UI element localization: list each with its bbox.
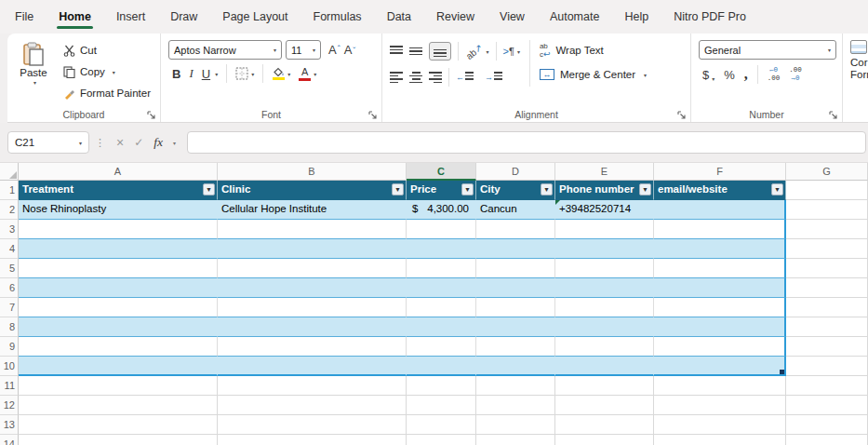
- font-size-combobox[interactable]: 11 ▾: [286, 40, 321, 60]
- cell-A10[interactable]: [19, 357, 218, 376]
- filter-dropdown-city[interactable]: ▼: [541, 183, 553, 196]
- cell-D6[interactable]: [476, 278, 555, 298]
- cell-F11[interactable]: [654, 376, 786, 396]
- cell-C9[interactable]: [407, 337, 476, 357]
- cell-B5[interactable]: [218, 259, 407, 278]
- cell-D1[interactable]: City▼: [476, 181, 555, 200]
- cell-G3[interactable]: [786, 220, 868, 239]
- cell-A5[interactable]: [19, 259, 218, 278]
- format-painter-button[interactable]: Format Painter: [60, 83, 154, 103]
- cell-D8[interactable]: [476, 317, 555, 337]
- tab-automate[interactable]: Automate: [548, 2, 602, 32]
- cell-G13[interactable]: [786, 415, 868, 435]
- align-left-button[interactable]: [390, 72, 403, 83]
- cell-F14[interactable]: [654, 435, 786, 445]
- cell-A3[interactable]: [19, 220, 218, 239]
- accounting-format-button[interactable]: $▾: [702, 68, 714, 82]
- formula-input[interactable]: [187, 131, 866, 154]
- cell-E14[interactable]: [555, 435, 654, 445]
- cell-F2[interactable]: [654, 200, 786, 220]
- cell-D10[interactable]: [476, 357, 555, 376]
- enter-check-icon[interactable]: ✓: [134, 136, 143, 149]
- row-header-4[interactable]: 4: [0, 239, 19, 259]
- cell-C7[interactable]: [407, 298, 476, 317]
- cell-A9[interactable]: [19, 337, 218, 357]
- cell-G6[interactable]: [786, 278, 868, 298]
- cell-E7[interactable]: [555, 298, 654, 317]
- column-header-G[interactable]: G: [786, 163, 868, 181]
- cell-C1[interactable]: Price▼: [407, 181, 476, 200]
- cell-A6[interactable]: [19, 278, 218, 298]
- cell-B4[interactable]: [218, 239, 407, 259]
- row-header-6[interactable]: 6: [0, 278, 19, 298]
- column-header-B[interactable]: B: [218, 163, 407, 181]
- cell-F3[interactable]: [654, 220, 786, 239]
- cell-A12[interactable]: [19, 396, 218, 415]
- merge-center-button[interactable]: ↔ Merge & Center ▾: [540, 64, 647, 85]
- cell-F6[interactable]: [654, 278, 786, 298]
- cell-C4[interactable]: [407, 239, 476, 259]
- borders-button[interactable]: ▾: [235, 67, 254, 80]
- increase-decimal-button[interactable]: ←0.00: [768, 66, 781, 82]
- cell-E5[interactable]: [555, 259, 654, 278]
- text-direction-button[interactable]: >¶ ▾: [503, 46, 520, 57]
- row-header-3[interactable]: 3: [0, 220, 19, 239]
- column-header-E[interactable]: E: [555, 163, 654, 181]
- cell-A13[interactable]: [19, 415, 218, 435]
- alignment-dialog-launcher[interactable]: [676, 110, 687, 120]
- cell-F10[interactable]: [654, 357, 786, 376]
- italic-button[interactable]: I: [189, 66, 193, 81]
- cell-G7[interactable]: [786, 298, 868, 317]
- cell-E6[interactable]: [555, 278, 654, 298]
- table-resize-handle[interactable]: [780, 370, 784, 374]
- decrease-decimal-button[interactable]: .00→0: [789, 66, 802, 82]
- cell-E10[interactable]: [555, 357, 654, 376]
- filter-dropdown-clinic[interactable]: ▼: [392, 183, 404, 196]
- number-dialog-launcher[interactable]: [828, 110, 838, 120]
- cell-E13[interactable]: [555, 415, 654, 435]
- cell-D9[interactable]: [476, 337, 555, 357]
- cell-G8[interactable]: [786, 317, 868, 337]
- top-align-button[interactable]: [390, 46, 403, 57]
- cell-B6[interactable]: [218, 278, 407, 298]
- row-header-14[interactable]: 14: [0, 435, 19, 445]
- cancel-icon[interactable]: ×: [116, 135, 124, 150]
- filter-dropdown-email-website[interactable]: ▼: [771, 183, 783, 196]
- cell-A14[interactable]: [19, 435, 218, 445]
- font-dialog-launcher[interactable]: [367, 110, 378, 120]
- tab-draw[interactable]: Draw: [168, 2, 199, 32]
- cell-E9[interactable]: [555, 337, 654, 357]
- wrap-text-button[interactable]: ab c↩ Wrap Text: [540, 40, 647, 61]
- align-center-button[interactable]: [409, 72, 422, 83]
- cell-D7[interactable]: [476, 298, 555, 317]
- tab-help[interactable]: Help: [622, 2, 650, 32]
- cell-F4[interactable]: [654, 239, 786, 259]
- increase-indent-button[interactable]: →: [485, 72, 507, 83]
- cell-A11[interactable]: [19, 376, 218, 396]
- cell-C5[interactable]: [407, 259, 476, 278]
- tab-page-layout[interactable]: Page Layout: [220, 2, 289, 32]
- tab-file[interactable]: File: [13, 2, 35, 32]
- middle-align-button[interactable]: [409, 46, 422, 57]
- cell-C3[interactable]: [407, 220, 476, 239]
- copy-button[interactable]: Copy ▾: [60, 61, 154, 82]
- cell-B11[interactable]: [218, 376, 407, 396]
- font-family-combobox[interactable]: Aptos Narrow ▾: [168, 40, 282, 60]
- cell-G12[interactable]: [786, 396, 868, 415]
- cell-B1[interactable]: Clinic▼: [218, 181, 407, 200]
- cell-B2[interactable]: Cellular Hope Institute: [218, 200, 407, 220]
- cell-A2[interactable]: Nose Rhinoplasty: [19, 200, 218, 220]
- filter-dropdown-treatment[interactable]: ▼: [203, 183, 215, 196]
- cell-E4[interactable]: [555, 239, 654, 259]
- cell-F12[interactable]: [654, 396, 786, 415]
- row-header-7[interactable]: 7: [0, 298, 19, 317]
- cell-B13[interactable]: [218, 415, 407, 435]
- row-header-13[interactable]: 13: [0, 415, 19, 435]
- cell-B12[interactable]: [218, 396, 407, 415]
- fill-color-button[interactable]: [272, 67, 285, 80]
- tab-view[interactable]: View: [498, 2, 527, 32]
- bottom-align-button-selected[interactable]: [429, 42, 451, 61]
- cell-C10[interactable]: [407, 357, 476, 376]
- cell-G1[interactable]: [786, 181, 868, 200]
- cell-A1[interactable]: Treatment▼: [19, 181, 218, 200]
